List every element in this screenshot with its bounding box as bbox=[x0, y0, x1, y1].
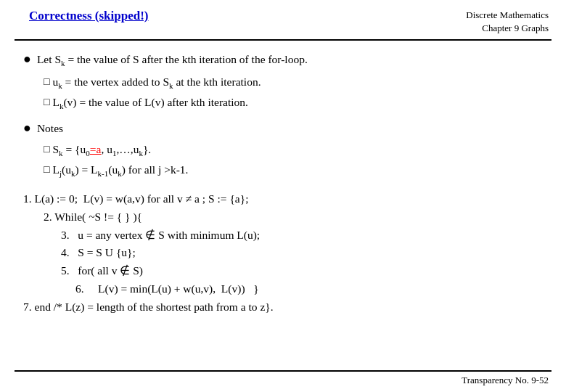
checkbox-icon-2a: □ bbox=[44, 142, 49, 158]
algo-line-2: 2. While( ~S != { } ){ bbox=[23, 208, 543, 226]
bullet-dot-2: ● bbox=[23, 118, 31, 138]
algo-line-3: 3. u = any vertex ∉ S with minimum L(u); bbox=[23, 226, 543, 245]
bullet-2-text: Notes bbox=[37, 120, 543, 137]
algo-line-1: 1. L(a) := 0; L(v) = w(a,v) for all v ≠ … bbox=[23, 190, 543, 208]
bullet-section-1: ● Let Sk = the value of S after the kth … bbox=[23, 51, 543, 112]
sub-item-2b: □ Lj(uk) = Lk-1(uk) for all j >k-1. bbox=[44, 161, 543, 180]
page: Correctness (skipped!) Discrete Mathemat… bbox=[0, 0, 566, 392]
sub-text-1b: Lk(v) = the value of L(v) after kth iter… bbox=[52, 94, 247, 113]
algorithm-section: 1. L(a) := 0; L(v) = w(a,v) for all v ≠ … bbox=[23, 190, 543, 317]
course-info: Discrete Mathematics Chapter 9 Graphs bbox=[466, 9, 549, 35]
main-content: ● Let Sk = the value of S after the kth … bbox=[0, 41, 566, 370]
transparency-label: Transparency No. 9-52 bbox=[462, 375, 549, 385]
checkbox-icon-1a: □ bbox=[44, 74, 49, 90]
bullet-1-text: Let Sk = the value of S after the kth it… bbox=[37, 51, 543, 70]
sub-text-1a: uk = the vertex added to Sk at the kth i… bbox=[52, 73, 261, 92]
correctness-link[interactable]: Correctness (skipped!) bbox=[29, 9, 148, 23]
algo-line-6: 6. L(v) = min(L(u) + w(u,v), L(v)) } bbox=[23, 280, 543, 298]
algo-line-4: 4. S = S U {u}; bbox=[23, 244, 543, 262]
bullet-item-2: ● Notes bbox=[23, 120, 543, 138]
bullet-section-2: ● Notes □ Sk = {u0=a, u1,…,uk}. □ Lj(uk)… bbox=[23, 120, 543, 180]
sub-item-2a: □ Sk = {u0=a, u1,…,uk}. bbox=[44, 141, 543, 160]
checkbox-icon-2b: □ bbox=[44, 162, 49, 178]
algo-line-5: 5. for( all v ∉ S) bbox=[23, 262, 543, 280]
sub-text-2a: Sk = {u0=a, u1,…,uk}. bbox=[52, 141, 151, 160]
algo-line-7: 7. end /* L(z) = length of the shortest … bbox=[23, 298, 543, 317]
footer: Transparency No. 9-52 bbox=[0, 372, 566, 392]
bullet-dot-1: ● bbox=[23, 49, 31, 69]
sub-item-1a: □ uk = the vertex added to Sk at the kth… bbox=[44, 73, 543, 92]
course-line2: Chapter 9 Graphs bbox=[482, 23, 549, 33]
sub-text-2b: Lj(uk) = Lk-1(uk) for all j >k-1. bbox=[52, 161, 188, 180]
bullet-item-1: ● Let Sk = the value of S after the kth … bbox=[23, 51, 543, 70]
header: Correctness (skipped!) Discrete Mathemat… bbox=[0, 0, 566, 39]
checkbox-icon-1b: □ bbox=[44, 94, 49, 110]
course-line1: Discrete Mathematics bbox=[466, 9, 549, 20]
sub-item-1b: □ Lk(v) = the value of L(v) after kth it… bbox=[44, 94, 543, 113]
